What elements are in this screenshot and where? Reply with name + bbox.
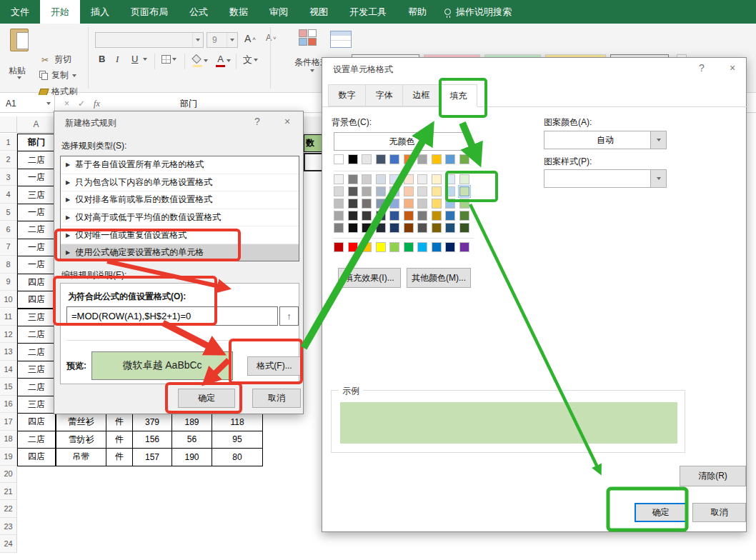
tint-color-swatch[interactable] xyxy=(362,186,372,196)
ribbon-tab-数据[interactable]: 数据 xyxy=(219,0,259,24)
tint-color-swatch[interactable] xyxy=(362,174,372,184)
theme-color-swatch[interactable] xyxy=(334,154,344,164)
row-header-5[interactable]: 5 xyxy=(0,204,17,221)
cell-a8[interactable]: 一店 xyxy=(17,256,56,274)
tint-color-swatch[interactable] xyxy=(432,199,442,209)
tint-color-swatch[interactable] xyxy=(417,186,427,196)
tint-color-swatch[interactable] xyxy=(432,223,442,233)
pattern-color-combo[interactable]: 自动 xyxy=(544,131,667,149)
format-button[interactable]: 格式(F)... xyxy=(247,356,302,376)
tint-color-swatch[interactable] xyxy=(348,211,358,221)
font-name-combo[interactable] xyxy=(95,32,204,48)
cell-a13[interactable]: 二店 xyxy=(17,343,56,361)
tint-color-swatch[interactable] xyxy=(389,199,399,209)
cell-a14[interactable]: 三店 xyxy=(17,361,56,379)
table-cell[interactable]: 件 xyxy=(106,413,133,431)
tint-color-swatch[interactable] xyxy=(404,186,414,196)
table-cell[interactable]: 157 xyxy=(132,448,172,466)
ok-button[interactable]: 确定 xyxy=(635,503,687,522)
cell-a12[interactable]: 二店 xyxy=(17,326,56,344)
tint-color-swatch[interactable] xyxy=(432,174,442,184)
confirm-entry-icon[interactable]: ✓ xyxy=(78,99,85,109)
cell-a9[interactable]: 四店 xyxy=(17,274,56,291)
row-header-18[interactable]: 18 xyxy=(0,431,17,448)
formula-input[interactable]: =MOD(ROW(A1),$H$2+1)=0 xyxy=(66,306,278,326)
italic-button[interactable]: I xyxy=(116,54,119,65)
dialog-title[interactable]: 新建格式规则 xyxy=(65,117,116,129)
rule-type-item[interactable]: ▶仅对唯一值或重复值设置格式 xyxy=(61,226,299,244)
row-header-15[interactable]: 15 xyxy=(0,378,17,395)
row-header-17[interactable]: 17 xyxy=(0,413,17,430)
tint-color-swatch[interactable] xyxy=(459,186,469,196)
cell-a5[interactable]: 一店 xyxy=(17,204,56,221)
format-cells-tab-边框[interactable]: 边框 xyxy=(402,84,440,106)
tint-color-swatch[interactable] xyxy=(334,211,344,221)
cell-a1[interactable]: 部门 xyxy=(17,134,56,151)
row-header-10[interactable]: 10 xyxy=(0,291,17,308)
conditional-formatting-dropdown[interactable] xyxy=(310,69,314,72)
tint-color-swatch[interactable] xyxy=(445,223,455,233)
tint-color-swatch[interactable] xyxy=(389,174,399,184)
shrink-font-button[interactable]: A˅ xyxy=(266,33,277,43)
standard-color-swatch[interactable] xyxy=(362,242,372,252)
row-header-14[interactable]: 14 xyxy=(0,361,17,378)
row-header-6[interactable]: 6 xyxy=(0,221,17,238)
theme-color-swatch[interactable] xyxy=(417,154,427,164)
tint-color-swatch[interactable] xyxy=(445,186,455,196)
phonetic-guide-button[interactable]: 文 xyxy=(243,54,258,66)
borders-button[interactable] xyxy=(161,55,176,64)
tint-color-swatch[interactable] xyxy=(459,223,469,233)
insert-function-icon[interactable]: fx xyxy=(94,99,100,109)
rule-type-item[interactable]: ▶仅对排名靠前或靠后的数值设置格式 xyxy=(61,191,299,209)
row-header-8[interactable]: 8 xyxy=(0,256,17,273)
row-header-19[interactable]: 19 xyxy=(0,448,17,465)
pattern-style-combo[interactable] xyxy=(544,169,667,188)
paste-dropdown[interactable] xyxy=(17,76,21,79)
tint-color-swatch[interactable] xyxy=(417,223,427,233)
row-header-13[interactable]: 13 xyxy=(0,343,17,360)
underline-button[interactable]: U xyxy=(131,54,138,64)
tint-color-swatch[interactable] xyxy=(459,174,469,184)
name-box[interactable]: A1 xyxy=(0,95,55,112)
theme-color-swatch[interactable] xyxy=(445,154,455,164)
row-header-22[interactable]: 22 xyxy=(0,500,17,517)
cell-a16[interactable]: 三店 xyxy=(17,396,56,414)
help-icon[interactable]: ? xyxy=(254,116,260,127)
standard-color-swatch[interactable] xyxy=(459,242,469,252)
more-colors-button[interactable]: 其他颜色(M)... xyxy=(407,268,471,288)
chevron-down-icon[interactable] xyxy=(650,170,666,187)
tint-color-swatch[interactable] xyxy=(376,211,386,221)
row-header-1[interactable]: 1 xyxy=(0,134,17,151)
chevron-down-icon[interactable] xyxy=(650,131,666,149)
cell-a2[interactable]: 二店 xyxy=(17,151,56,169)
cell-a17[interactable]: 四店 xyxy=(17,413,56,431)
theme-color-swatch[interactable] xyxy=(459,154,469,164)
table-cell[interactable]: 吊带 xyxy=(56,448,106,466)
row-header-24[interactable]: 24 xyxy=(0,535,17,552)
table-cell[interactable]: 件 xyxy=(106,431,133,449)
format-cells-tab-填充[interactable]: 填充 xyxy=(439,84,477,107)
tint-color-swatch[interactable] xyxy=(432,211,442,221)
ribbon-tab-插入[interactable]: 插入 xyxy=(80,0,120,24)
tint-color-swatch[interactable] xyxy=(459,211,469,221)
tint-color-swatch[interactable] xyxy=(445,174,455,184)
tint-color-swatch[interactable] xyxy=(334,186,344,196)
standard-color-swatch[interactable] xyxy=(432,242,442,252)
table-cell[interactable]: 95 xyxy=(212,431,263,449)
font-size-combo[interactable]: 9 xyxy=(207,32,238,48)
row-header-12[interactable]: 12 xyxy=(0,326,17,343)
rule-type-item[interactable]: ▶使用公式确定要设置格式的单元格 xyxy=(61,244,299,261)
tint-color-swatch[interactable] xyxy=(348,186,358,196)
format-cells-tab-字体[interactable]: 字体 xyxy=(365,84,403,106)
standard-color-swatch[interactable] xyxy=(417,242,427,252)
standard-color-swatch[interactable] xyxy=(348,242,358,252)
tint-color-swatch[interactable] xyxy=(389,211,399,221)
ribbon-tab-公式[interactable]: 公式 xyxy=(179,0,219,24)
no-color-button[interactable]: 无颜色 xyxy=(334,132,470,151)
rule-type-item[interactable]: ▶仅对高于或低于平均值的数值设置格式 xyxy=(61,209,299,227)
ribbon-tab-文件[interactable]: 文件 xyxy=(0,0,40,24)
cut-button[interactable]: ✂ 剪切 xyxy=(39,54,71,66)
tint-color-swatch[interactable] xyxy=(459,199,469,209)
row-header-11[interactable]: 11 xyxy=(0,309,17,326)
column-header-a[interactable]: A xyxy=(17,116,56,133)
